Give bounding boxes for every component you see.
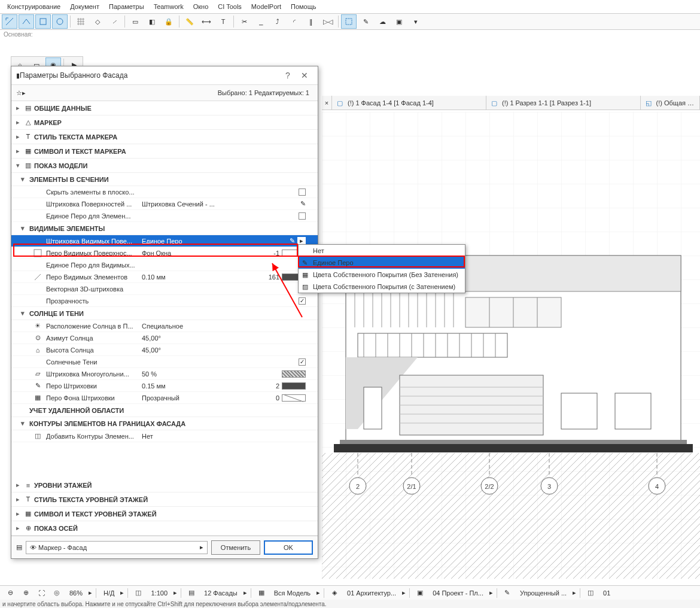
section-marker[interactable]: ▸△МАРКЕР: [11, 115, 318, 130]
tool-marquee[interactable]: [341, 14, 357, 29]
section-floor-text[interactable]: ▸ᎢСТИЛЬ ТЕКСТА УРОВНЕЙ ЭТАЖЕЙ: [11, 493, 318, 507]
row-vec3d[interactable]: Векторная 3D-штриховка: [11, 283, 318, 295]
tool-paste[interactable]: ◧: [144, 14, 160, 29]
menu-params[interactable]: Параметры: [104, 3, 149, 10]
zoom-fit-icon[interactable]: ⛶: [35, 587, 48, 599]
row-uniform-cut[interactable]: Единое Перо для Элемен...: [11, 210, 318, 222]
tool-cloud[interactable]: ☁: [375, 14, 390, 29]
nd-value[interactable]: Н/Д: [100, 589, 118, 597]
nav-value[interactable]: 12 Фасады: [200, 589, 241, 597]
group-cut[interactable]: ▾ЭЛЕМЕНТЫ В СЕЧЕНИИ: [11, 173, 318, 186]
group-removed[interactable]: УЧЕТ УДАЛЕННОЙ ОБЛАСТИ: [11, 404, 318, 417]
tool-copy[interactable]: ▭: [127, 14, 143, 29]
tool-grid[interactable]: [73, 14, 89, 29]
tool-3[interactable]: [35, 14, 51, 29]
section-axes[interactable]: ▸⊕ПОКАЗ ОСЕЙ: [11, 521, 318, 536]
zoom-in-icon[interactable]: ⊕: [19, 587, 32, 599]
menu-document[interactable]: Документ: [65, 3, 104, 10]
tab-section[interactable]: ▢(!) 1 Разрез 1-1 [1 Разрез 1-1]: [486, 96, 641, 110]
row-poly-hatch[interactable]: ▱Штриховка Многоугольни...50 %: [11, 368, 318, 380]
menu-citools[interactable]: CI Tools: [213, 3, 246, 10]
menu-help[interactable]: Помощь: [286, 3, 321, 10]
tool-extend[interactable]: ⤴: [270, 14, 285, 29]
tool-guide[interactable]: ⟋: [106, 14, 122, 29]
row-transparency[interactable]: Прозрачность: [11, 295, 318, 307]
tool-mirror[interactable]: ▷◁: [320, 14, 336, 29]
menu-modelport[interactable]: ModelPort: [246, 3, 286, 10]
menu-teamwork[interactable]: Teamwork: [149, 3, 188, 10]
popup-own-noshade[interactable]: ▦Цвета Собственного Покрытия (Без Затене…: [299, 269, 465, 281]
row-surf-hatch[interactable]: Штриховка Поверхностей ...Штриховка Сече…: [11, 198, 318, 210]
group-boundary[interactable]: ▾КОНТУРЫ ЭЛЕМЕНТОВ НА ГРАНИЦАХ ФАСАДА: [11, 417, 318, 430]
section-floor-symbol[interactable]: ▸▦СИМВОЛ И ТЕКСТ УРОВНЕЙ ЭТАЖЕЙ: [11, 507, 318, 521]
shadows-checkbox[interactable]: [299, 358, 306, 366]
row-altitude[interactable]: ⌂Высота Солнца45,00°: [11, 344, 318, 356]
row-uniform-vis[interactable]: Единое Перо для Видимых...: [11, 259, 318, 271]
model-value[interactable]: Вся Модель: [270, 589, 314, 597]
close-button[interactable]: ✕: [296, 71, 313, 80]
tool-fillet[interactable]: ◜: [287, 14, 302, 29]
zoom-prev-icon[interactable]: ◎: [50, 587, 63, 599]
menu-window[interactable]: Окно: [188, 3, 214, 10]
tool-4[interactable]: [52, 14, 68, 29]
tool-offset[interactable]: ‖: [303, 14, 319, 29]
ok-button[interactable]: OK: [264, 540, 313, 555]
tool-cut[interactable]: ✂: [236, 14, 252, 29]
layer-combo[interactable]: 👁 Маркер - Фасад▸: [26, 541, 208, 554]
tool-3d[interactable]: ▣: [391, 14, 407, 29]
tab-facade[interactable]: ▢(!) 1 Фасад 1-4 [1 Фасад 1-4]: [332, 96, 486, 110]
mvo-value[interactable]: 04 Проект - Пл...: [429, 589, 487, 597]
tool-edit[interactable]: ✎: [358, 14, 373, 29]
row-azimuth[interactable]: ⊙Азимут Солнца45,00°: [11, 332, 318, 344]
tool-snap[interactable]: ◇: [90, 14, 105, 29]
row-visible-hatch[interactable]: Штриховка Видимых Пове...Единое Перо✎▸: [11, 235, 318, 247]
section-model-display[interactable]: ▾▥ПОКАЗ МОДЕЛИ: [11, 159, 318, 173]
row-add-contours[interactable]: ◫Добавить Контуры Элемен...Нет: [11, 430, 318, 442]
popup-uniform[interactable]: ✎Единое Перо: [299, 257, 465, 269]
section-marker-symbol[interactable]: ▸▦СИМВОЛ И ТЕКСТ МАРКЕРА: [11, 144, 318, 159]
section-marker-text[interactable]: ▸ᎢСТИЛЬ ТЕКСТА МАРКЕРА: [11, 130, 318, 144]
tool-trim[interactable]: ⎯: [253, 14, 269, 29]
row-vis-elem-pen[interactable]: Перо Видимых Элементов0.10 мм161: [11, 271, 318, 283]
help-button[interactable]: ?: [279, 71, 296, 80]
tool-measure[interactable]: 📏: [182, 14, 197, 29]
popup-none[interactable]: Нет: [299, 245, 465, 257]
uniform-cut-checkbox[interactable]: [299, 212, 306, 220]
hatch-pen-swatch[interactable]: [282, 382, 306, 390]
group-sun[interactable]: ▾СОЛНЦЕ И ТЕНИ: [11, 307, 318, 320]
surf-hatch-swatch-icon[interactable]: ✎: [258, 200, 306, 208]
row-hatch-bg[interactable]: ▦Перо Фона ШтриховкиПрозрачный0: [11, 392, 318, 404]
tool-lock[interactable]: 🔒: [161, 14, 176, 29]
scale-value[interactable]: 1:100: [147, 589, 171, 597]
section-general[interactable]: ▸▤ОБЩИЕ ДАННЫЕ: [11, 101, 318, 115]
layer-value[interactable]: 01 Архитектур...: [343, 589, 400, 597]
hide-cut-checkbox[interactable]: [299, 189, 306, 196]
zoom-out-icon[interactable]: ⊖: [4, 587, 17, 599]
drawing-canvas[interactable]: 2 2/1 2/2 3 4: [322, 110, 700, 580]
hatch-bg-swatch[interactable]: [282, 394, 306, 402]
transp-checkbox[interactable]: [299, 297, 306, 305]
poly-hatch-swatch[interactable]: [282, 370, 306, 378]
section-floor-levels[interactable]: ▸≡УРОВНИ ЭТАЖЕЙ: [11, 478, 318, 493]
row-sun-shadows[interactable]: Солнечные Тени: [11, 356, 318, 368]
row-sun-pos[interactable]: ☀Расположение Солнца в П...Специальное: [11, 320, 318, 332]
tool-dropdown[interactable]: ▾: [408, 14, 424, 29]
tool-dim[interactable]: ⟷: [199, 14, 214, 29]
status-bar: ⊖ ⊕ ⛶ ◎ 86%▸ Н/Д▸ ◫ 1:100▸ ▤ 12 Фасады▸ …: [0, 585, 700, 600]
row-hatch-pen[interactable]: ✎Перо Штриховки0.15 мм2: [11, 380, 318, 392]
cancel-button[interactable]: Отменить: [211, 540, 260, 555]
tool-text[interactable]: T: [215, 14, 231, 29]
group-visible[interactable]: ▾ВИДИМЫЕ ЭЛЕМЕНТЫ: [11, 222, 318, 235]
tab-perspective[interactable]: ◱(!) Общая Пе: [641, 96, 700, 110]
favorites-button[interactable]: ☆▸: [16, 89, 28, 97]
last-value[interactable]: 01: [599, 589, 614, 597]
tab-close[interactable]: ×: [322, 96, 332, 110]
row-hide-cut[interactable]: Скрыть элементы в плоско...: [11, 186, 318, 198]
penset-value[interactable]: Упрощенный ...: [516, 589, 570, 597]
tool-2[interactable]: [19, 14, 34, 29]
tool-1[interactable]: [2, 14, 17, 29]
popup-own-shade[interactable]: ▨Цвета Собственного Покрытия (с Затенени…: [299, 281, 465, 293]
zoom-value[interactable]: 86%: [66, 589, 86, 597]
row-vis-surf-pen[interactable]: Перо Видимых Поверхнос...Фон Окна-1: [11, 247, 318, 259]
menu-konstr[interactable]: Конструирование: [2, 3, 65, 10]
